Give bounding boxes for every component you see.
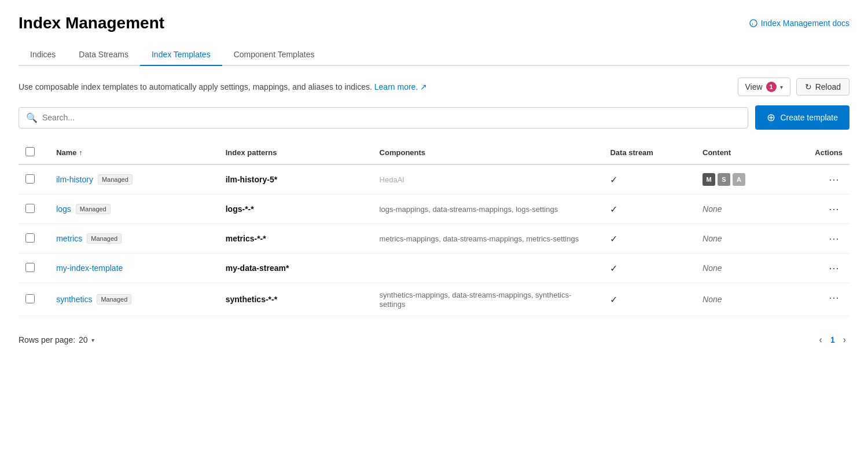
table-row: logsManagedlogs-*-*logs-mappings, data-s… bbox=[19, 195, 849, 224]
next-page-button[interactable]: › bbox=[840, 332, 849, 347]
description: Use composable index templates to automa… bbox=[19, 82, 427, 91]
managed-badge-4: Managed bbox=[97, 294, 131, 305]
plus-icon: ⊕ bbox=[767, 111, 775, 124]
tab-indices[interactable]: Indices bbox=[19, 44, 67, 66]
view-label: View bbox=[745, 82, 763, 91]
row-pattern-1: logs-*-* bbox=[226, 204, 254, 214]
table-row: syntheticsManagedsynthetics-*-*synthetic… bbox=[19, 283, 849, 316]
row-name-link-1[interactable]: logs bbox=[56, 204, 71, 214]
current-page: 1 bbox=[830, 335, 835, 344]
row-stream-check-0: ✓ bbox=[610, 175, 617, 185]
col-header-name[interactable]: Name ↑ bbox=[49, 141, 219, 164]
row-stream-check-3: ✓ bbox=[610, 263, 617, 273]
row-actions-button-3[interactable]: ⋯ bbox=[825, 261, 843, 276]
tabs: Indices Data Streams Index Templates Com… bbox=[19, 44, 849, 66]
row-content-badges-0: MSA bbox=[703, 173, 781, 186]
managed-badge-0: Managed bbox=[98, 174, 133, 185]
tab-data-streams[interactable]: Data Streams bbox=[67, 44, 140, 66]
search-input[interactable] bbox=[42, 113, 741, 122]
col-header-stream: Data stream bbox=[603, 141, 696, 164]
row-checkbox-1[interactable] bbox=[25, 204, 35, 213]
reload-icon: ↻ bbox=[805, 82, 812, 91]
row-name-link-3[interactable]: my-index-template bbox=[56, 263, 123, 273]
search-row: 🔍 ⊕ Create template bbox=[19, 105, 849, 130]
row-stream-check-1: ✓ bbox=[610, 204, 617, 214]
content-badge-M-0: M bbox=[703, 173, 715, 186]
col-header-actions: Actions bbox=[788, 141, 849, 164]
toolbar: Use composable index templates to automa… bbox=[19, 78, 849, 96]
tab-component-templates[interactable]: Component Templates bbox=[222, 44, 326, 66]
view-count-badge: 1 bbox=[766, 82, 777, 92]
table-row: ilm-historyManagedilm-history-5*HedaAI✓M… bbox=[19, 164, 849, 195]
table-row: my-index-templatemy-data-stream*✓None⋯ bbox=[19, 254, 849, 283]
row-name-link-2[interactable]: metrics bbox=[56, 234, 82, 243]
row-content-none-3: None bbox=[703, 263, 722, 273]
row-pattern-2: metrics-*-* bbox=[226, 234, 266, 243]
row-actions-button-1[interactable]: ⋯ bbox=[825, 201, 843, 217]
reload-button[interactable]: ↻ Reload bbox=[796, 78, 849, 96]
row-content-none-1: None bbox=[703, 204, 722, 214]
col-header-patterns: Index patterns bbox=[219, 141, 373, 164]
row-name-link-4[interactable]: synthetics bbox=[56, 295, 92, 304]
col-header-content: Content bbox=[696, 141, 788, 164]
search-icon: 🔍 bbox=[26, 112, 38, 123]
pagination: ‹ 1 › bbox=[816, 332, 849, 347]
row-components-2: metrics-mappings, data-streams-mappings,… bbox=[380, 234, 579, 243]
rows-value: 20 bbox=[79, 335, 88, 344]
rows-dropdown-icon[interactable]: ▾ bbox=[91, 337, 94, 343]
footer: Rows per page: 20 ▾ ‹ 1 › bbox=[19, 325, 849, 347]
rows-per-page[interactable]: Rows per page: 20 ▾ bbox=[19, 335, 94, 344]
content-badge-A-0: A bbox=[733, 173, 745, 186]
row-checkbox-3[interactable] bbox=[25, 263, 35, 272]
page-title: Index Management bbox=[19, 14, 164, 32]
row-stream-check-4: ✓ bbox=[610, 295, 617, 305]
svg-point-0 bbox=[750, 20, 757, 27]
row-components-4: synthetics-mappings, data-streams-mappin… bbox=[380, 291, 572, 309]
templates-table: Name ↑ Index patterns Components Data st… bbox=[19, 141, 849, 316]
create-template-button[interactable]: ⊕ Create template bbox=[755, 105, 849, 130]
row-components-0: HedaAI bbox=[380, 175, 404, 184]
row-pattern-3: my-data-stream* bbox=[226, 263, 289, 273]
row-checkbox-4[interactable] bbox=[25, 294, 35, 303]
row-checkbox-2[interactable] bbox=[25, 233, 35, 243]
search-box: 🔍 bbox=[19, 107, 748, 129]
managed-badge-2: Managed bbox=[87, 233, 122, 244]
select-all-checkbox[interactable] bbox=[25, 147, 35, 156]
learn-more-link[interactable]: Learn more. ↗ bbox=[374, 82, 427, 91]
row-content-none-2: None bbox=[703, 234, 722, 243]
row-checkbox-0[interactable] bbox=[25, 174, 35, 184]
col-header-components: Components bbox=[373, 141, 604, 164]
row-pattern-4: synthetics-*-* bbox=[226, 295, 277, 304]
chevron-down-icon: ▾ bbox=[780, 84, 783, 90]
row-actions-button-2[interactable]: ⋯ bbox=[825, 231, 843, 246]
prev-page-button[interactable]: ‹ bbox=[816, 332, 826, 347]
row-stream-check-2: ✓ bbox=[610, 234, 617, 244]
book-icon: i bbox=[749, 19, 757, 27]
tab-index-templates[interactable]: Index Templates bbox=[140, 44, 222, 66]
view-button[interactable]: View 1 ▾ bbox=[738, 78, 790, 96]
create-template-label: Create template bbox=[780, 113, 838, 122]
row-components-1: logs-mappings, data-streams-mappings, lo… bbox=[380, 205, 558, 214]
docs-link-label: Index Management docs bbox=[761, 19, 849, 28]
row-actions-button-4[interactable]: ⋯ bbox=[825, 290, 843, 305]
table-row: metricsManagedmetrics-*-*metrics-mapping… bbox=[19, 224, 849, 254]
content-badge-S-0: S bbox=[718, 173, 730, 186]
svg-text:i: i bbox=[752, 21, 753, 27]
row-content-none-4: None bbox=[703, 295, 722, 304]
managed-badge-1: Managed bbox=[76, 204, 111, 214]
row-pattern-0: ilm-history-5* bbox=[226, 175, 277, 184]
row-name-link-0[interactable]: ilm-history bbox=[56, 175, 93, 184]
rows-label: Rows per page: bbox=[19, 335, 75, 344]
row-actions-button-0[interactable]: ⋯ bbox=[825, 172, 843, 187]
reload-label: Reload bbox=[815, 82, 841, 91]
docs-link[interactable]: i Index Management docs bbox=[749, 19, 849, 28]
